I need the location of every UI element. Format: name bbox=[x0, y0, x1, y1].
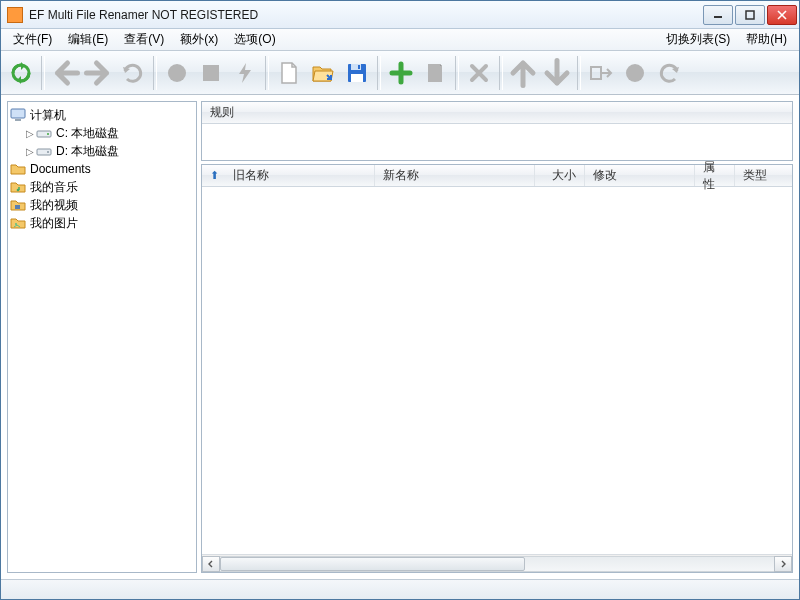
svg-point-18 bbox=[17, 189, 20, 192]
chevron-left-icon bbox=[207, 560, 215, 568]
undo-button[interactable] bbox=[117, 56, 149, 90]
col-modified[interactable]: 修改 bbox=[585, 165, 695, 186]
svg-rect-10 bbox=[591, 67, 601, 79]
tree-root-computer[interactable]: 计算机 bbox=[10, 106, 194, 124]
tree-documents[interactable]: Documents bbox=[10, 160, 194, 178]
tree-label: C: 本地磁盘 bbox=[56, 125, 119, 142]
drive-icon bbox=[36, 143, 52, 159]
delete-button[interactable] bbox=[463, 56, 495, 90]
tree-label: 我的图片 bbox=[30, 215, 78, 232]
tree-drive-d[interactable]: ▷ D: 本地磁盘 bbox=[10, 142, 194, 160]
col-old-name[interactable]: 旧名称 bbox=[225, 165, 375, 186]
refresh-icon bbox=[9, 61, 33, 85]
menu-edit[interactable]: 编辑(E) bbox=[60, 29, 116, 50]
svg-rect-12 bbox=[11, 109, 25, 118]
expander-icon[interactable]: ▷ bbox=[24, 146, 36, 157]
tree-pictures[interactable]: 我的图片 bbox=[10, 214, 194, 232]
maximize-icon bbox=[745, 10, 755, 20]
menubar: 文件(F) 编辑(E) 查看(V) 额外(x) 选项(O) 切换列表(S) 帮助… bbox=[1, 29, 799, 51]
tree-drive-c[interactable]: ▷ C: 本地磁盘 bbox=[10, 124, 194, 142]
note-icon bbox=[423, 61, 447, 85]
sort-asc-icon[interactable]: ⬆ bbox=[210, 169, 219, 182]
svg-rect-19 bbox=[15, 205, 20, 209]
new-file-button[interactable] bbox=[273, 56, 305, 90]
tree-label: 计算机 bbox=[30, 107, 66, 124]
close-icon bbox=[777, 10, 787, 20]
menu-file[interactable]: 文件(F) bbox=[5, 29, 60, 50]
drive-icon bbox=[36, 125, 52, 141]
forward-button[interactable] bbox=[83, 56, 115, 90]
add-button[interactable] bbox=[385, 56, 417, 90]
chevron-right-icon bbox=[779, 560, 787, 568]
save-button[interactable] bbox=[341, 56, 373, 90]
right-panel: 规则 ⬆ 旧名称 新名称 大小 修改 属性 类型 bbox=[201, 101, 793, 573]
picture-folder-icon bbox=[10, 215, 26, 231]
folder-icon bbox=[10, 161, 26, 177]
plus-icon bbox=[389, 61, 413, 85]
move-up-button[interactable] bbox=[507, 56, 539, 90]
arrow-up-icon bbox=[508, 58, 538, 88]
arrow-down-icon bbox=[542, 58, 572, 88]
floppy-icon bbox=[345, 61, 369, 85]
apply-button[interactable] bbox=[585, 56, 617, 90]
computer-icon bbox=[10, 107, 26, 123]
menu-options[interactable]: 选项(O) bbox=[226, 29, 283, 50]
lightning-icon bbox=[233, 61, 257, 85]
preview-button[interactable] bbox=[619, 56, 651, 90]
close-button[interactable] bbox=[767, 5, 797, 25]
back-button[interactable] bbox=[49, 56, 81, 90]
redo-icon bbox=[657, 61, 681, 85]
scroll-thumb[interactable] bbox=[220, 557, 525, 571]
folder-tree[interactable]: 计算机 ▷ C: 本地磁盘 ▷ D: 本地磁盘 Documen bbox=[7, 101, 197, 573]
revert-button[interactable] bbox=[653, 56, 685, 90]
horizontal-scrollbar[interactable] bbox=[202, 554, 792, 572]
svg-rect-5 bbox=[203, 65, 219, 81]
menu-help[interactable]: 帮助(H) bbox=[738, 29, 795, 50]
minimize-button[interactable] bbox=[703, 5, 733, 25]
menu-switch-list[interactable]: 切换列表(S) bbox=[658, 29, 738, 50]
expander-icon[interactable]: ▷ bbox=[24, 128, 36, 139]
flash-button[interactable] bbox=[229, 56, 261, 90]
open-folder-button[interactable] bbox=[307, 56, 339, 90]
edit-rule-button[interactable] bbox=[419, 56, 451, 90]
scroll-right-button[interactable] bbox=[774, 556, 792, 572]
window-buttons bbox=[701, 5, 797, 25]
move-down-button[interactable] bbox=[541, 56, 573, 90]
scroll-left-button[interactable] bbox=[202, 556, 220, 572]
svg-rect-8 bbox=[351, 74, 363, 82]
col-new-name[interactable]: 新名称 bbox=[375, 165, 535, 186]
toolbar-sep bbox=[499, 56, 503, 90]
video-folder-icon bbox=[10, 197, 26, 213]
tree-label: Documents bbox=[30, 162, 91, 176]
file-list-body[interactable] bbox=[202, 187, 792, 554]
scroll-track[interactable] bbox=[220, 556, 774, 572]
minimize-icon bbox=[713, 10, 723, 20]
arrow-right-icon bbox=[84, 58, 114, 88]
content-area: 计算机 ▷ C: 本地磁盘 ▷ D: 本地磁盘 Documen bbox=[1, 95, 799, 579]
menu-view[interactable]: 查看(V) bbox=[116, 29, 172, 50]
rules-header: 规则 bbox=[202, 102, 792, 124]
rules-list[interactable] bbox=[202, 124, 792, 160]
svg-rect-9 bbox=[358, 65, 360, 69]
square-icon bbox=[199, 61, 223, 85]
col-attributes[interactable]: 属性 bbox=[695, 165, 735, 186]
toolbar-sep bbox=[265, 56, 269, 90]
window-title: EF Multi File Renamer NOT REGISTERED bbox=[29, 8, 701, 22]
tree-music[interactable]: 我的音乐 bbox=[10, 178, 194, 196]
refresh-button[interactable] bbox=[5, 56, 37, 90]
svg-rect-13 bbox=[15, 119, 21, 121]
record-start-button[interactable] bbox=[161, 56, 193, 90]
music-folder-icon bbox=[10, 179, 26, 195]
tree-videos[interactable]: 我的视频 bbox=[10, 196, 194, 214]
menu-extra[interactable]: 额外(x) bbox=[172, 29, 226, 50]
x-icon bbox=[467, 61, 491, 85]
file-list-header: ⬆ 旧名称 新名称 大小 修改 属性 类型 bbox=[202, 165, 792, 187]
record-stop-button[interactable] bbox=[195, 56, 227, 90]
col-type[interactable]: 类型 bbox=[735, 165, 792, 186]
toolbar-sep bbox=[377, 56, 381, 90]
apply-icon bbox=[589, 61, 613, 85]
file-list-panel: ⬆ 旧名称 新名称 大小 修改 属性 类型 bbox=[201, 164, 793, 573]
col-size[interactable]: 大小 bbox=[535, 165, 585, 186]
maximize-button[interactable] bbox=[735, 5, 765, 25]
titlebar: EF Multi File Renamer NOT REGISTERED bbox=[1, 1, 799, 29]
